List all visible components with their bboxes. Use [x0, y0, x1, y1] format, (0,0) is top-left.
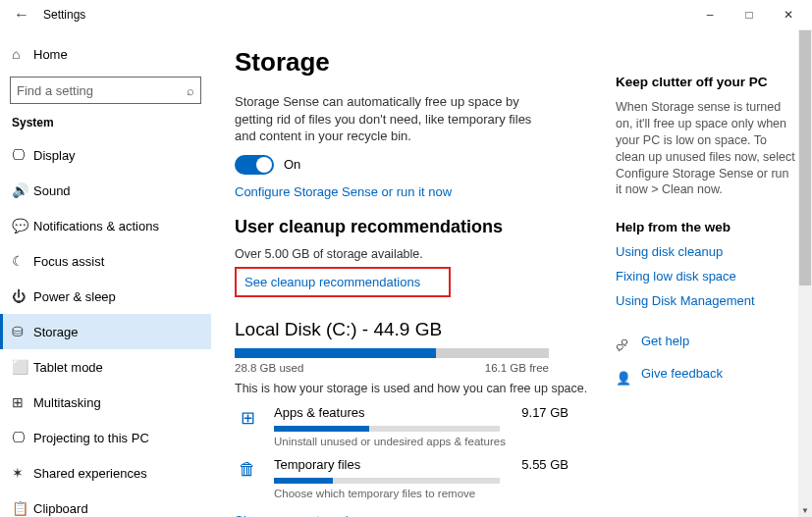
category-bar [274, 478, 500, 484]
sidebar-item-multitasking[interactable]: ⊞Multitasking [0, 385, 211, 420]
nav-label: Clipboard [33, 501, 88, 516]
category-icon: ⊞ [235, 405, 260, 431]
search-input[interactable] [17, 83, 187, 98]
give-feedback-link[interactable]: Give feedback [641, 366, 723, 381]
nav-icon: 💬 [12, 218, 33, 233]
nav-icon: ⬜ [12, 359, 33, 375]
sidebar-item-power-sleep[interactable]: ⏻Power & sleep [0, 279, 211, 314]
storage-sense-toggle[interactable] [235, 155, 274, 175]
configure-sense-link[interactable]: Configure Storage Sense or run it now [235, 184, 596, 199]
search-box[interactable]: ⌕ [10, 77, 201, 104]
nav-label: Multitasking [33, 395, 101, 410]
get-help-link[interactable]: Get help [641, 334, 689, 348]
vertical-scrollbar[interactable]: ▲ ▼ [798, 29, 812, 517]
nav-label: Notifications & actions [33, 219, 159, 233]
sidebar-item-storage[interactable]: ⛁Storage [0, 314, 211, 349]
nav-label: Power & sleep [33, 289, 116, 304]
nav-label: Storage [33, 325, 79, 339]
keep-clutter-title: Keep clutter off your PC [616, 75, 798, 89]
nav-icon: ☾ [12, 253, 33, 269]
nav-label: Projecting to this PC [33, 431, 149, 445]
feedback-icon: 👤 [616, 371, 631, 386]
nav-icon: 🔊 [12, 182, 33, 198]
highlight-box: See cleanup recommendations [235, 267, 451, 297]
help-web-title: Help from the web [616, 220, 798, 234]
sidebar-item-sound[interactable]: 🔊Sound [0, 173, 211, 208]
title-bar: ← Settings – □ ✕ [0, 0, 812, 29]
nav-label: Shared experiences [33, 466, 147, 481]
help-icon: 🗪 [616, 338, 631, 353]
nav-label: Tablet mode [33, 360, 103, 375]
nav-icon: 🖵 [12, 147, 33, 163]
category-bar [274, 426, 500, 432]
see-cleanup-link[interactable]: See cleanup recommendations [244, 275, 420, 289]
category-size: 9.17 GB [521, 405, 568, 420]
aside-pane: Keep clutter off your PC When Storage se… [616, 29, 812, 517]
content-pane: Storage Storage Sense can automatically … [211, 29, 616, 517]
category-icon: 🗑 [235, 457, 260, 483]
available-text: Over 5.00 GB of storage available. [235, 247, 596, 261]
nav-label: Sound [33, 183, 71, 198]
storage-category[interactable]: ⊞Apps & features9.17 GBUninstall unused … [235, 405, 568, 447]
storage-category[interactable]: 🗑Temporary files5.55 GBChoose which temp… [235, 457, 568, 499]
disk-usage-bar [235, 348, 549, 358]
nav-group-label: System [0, 116, 211, 137]
home-nav[interactable]: ⌂ Home [0, 37, 211, 71]
sidebar-item-tablet-mode[interactable]: ⬜Tablet mode [0, 349, 211, 385]
scroll-down-button[interactable]: ▼ [798, 503, 812, 517]
nav-label: Display [33, 148, 76, 163]
sidebar-item-clipboard[interactable]: 📋Clipboard [0, 491, 211, 517]
category-hint: Choose which temporary files to remove [274, 488, 568, 499]
help-link[interactable]: Fixing low disk space [616, 269, 798, 284]
keep-clutter-text: When Storage sense is turned on, it'll f… [616, 99, 798, 198]
category-hint: Uninstall unused or undesired apps & fea… [274, 436, 568, 447]
help-link[interactable]: Using disk cleanup [616, 244, 798, 259]
nav-icon: 📋 [12, 500, 33, 516]
show-more-categories-link[interactable]: Show more categories [235, 513, 596, 517]
maximize-button[interactable]: □ [730, 1, 769, 28]
nav-icon: ✶ [12, 465, 33, 481]
sidebar-item-shared-experiences[interactable]: ✶Shared experiences [0, 455, 211, 491]
free-label: 16.1 GB free [485, 362, 549, 374]
toggle-state-label: On [284, 157, 300, 172]
minimize-button[interactable]: – [690, 1, 730, 28]
category-title: Temporary files [274, 457, 360, 472]
window-controls: – □ ✕ [690, 1, 808, 28]
close-button[interactable]: ✕ [769, 1, 808, 28]
app-title: Settings [43, 8, 85, 22]
scroll-thumb[interactable] [799, 30, 811, 285]
back-button[interactable]: ← [10, 6, 33, 24]
nav-label: Focus assist [33, 254, 104, 269]
home-icon: ⌂ [12, 46, 33, 62]
disk-title: Local Disk (C:) - 44.9 GB [235, 319, 596, 340]
cleanup-header: User cleanup recommendations [235, 217, 596, 237]
nav-icon: ⛁ [12, 324, 33, 339]
nav-icon: ⏻ [12, 288, 33, 304]
sidebar-item-focus-assist[interactable]: ☾Focus assist [0, 243, 211, 279]
search-icon: ⌕ [187, 83, 194, 98]
page-title: Storage [235, 47, 596, 78]
home-label: Home [33, 47, 68, 62]
used-label: 28.8 GB used [235, 362, 303, 374]
storage-sense-desc: Storage Sense can automatically free up … [235, 93, 549, 145]
sidebar-item-notifications-actions[interactable]: 💬Notifications & actions [0, 208, 211, 243]
sidebar-item-projecting-to-this-pc[interactable]: 🖵Projecting to this PC [0, 420, 211, 455]
nav-icon: ⊞ [12, 394, 33, 410]
help-link[interactable]: Using Disk Management [616, 293, 798, 308]
category-title: Apps & features [274, 405, 365, 420]
usage-desc: This is how your storage is used and how… [235, 382, 596, 395]
sidebar: ⌂ Home ⌕ System 🖵Display🔊Sound💬Notificat… [0, 29, 211, 517]
category-size: 5.55 GB [521, 457, 568, 472]
sidebar-item-display[interactable]: 🖵Display [0, 137, 211, 173]
nav-icon: 🖵 [12, 430, 33, 445]
